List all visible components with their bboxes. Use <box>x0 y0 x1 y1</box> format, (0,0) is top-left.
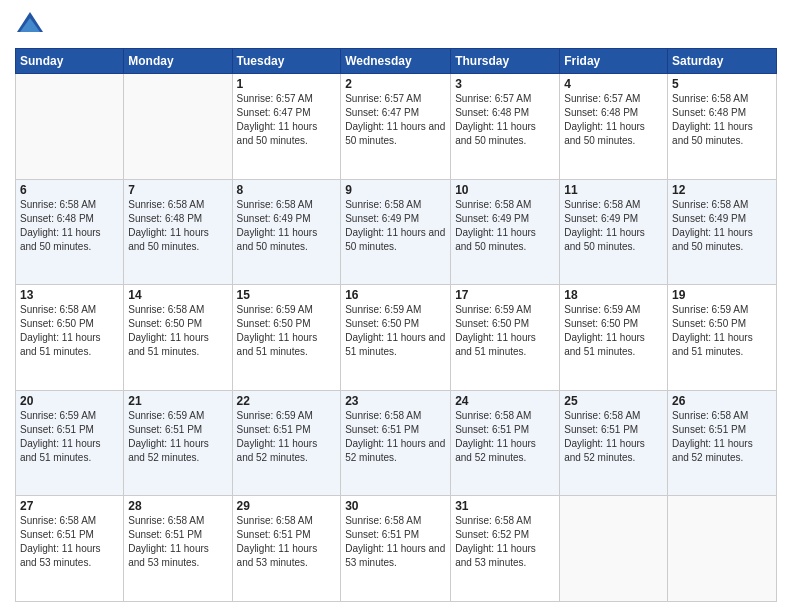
calendar-cell: 2Sunrise: 6:57 AM Sunset: 6:47 PM Daylig… <box>341 74 451 180</box>
day-info: Sunrise: 6:58 AM Sunset: 6:48 PM Dayligh… <box>672 92 772 148</box>
weekday-row: SundayMondayTuesdayWednesdayThursdayFrid… <box>16 49 777 74</box>
week-row-1: 6Sunrise: 6:58 AM Sunset: 6:48 PM Daylig… <box>16 179 777 285</box>
day-info: Sunrise: 6:58 AM Sunset: 6:50 PM Dayligh… <box>20 303 119 359</box>
week-row-4: 27Sunrise: 6:58 AM Sunset: 6:51 PM Dayli… <box>16 496 777 602</box>
day-number: 18 <box>564 288 663 302</box>
page: SundayMondayTuesdayWednesdayThursdayFrid… <box>0 0 792 612</box>
day-info: Sunrise: 6:57 AM Sunset: 6:48 PM Dayligh… <box>564 92 663 148</box>
day-number: 4 <box>564 77 663 91</box>
weekday-header-tuesday: Tuesday <box>232 49 341 74</box>
day-number: 3 <box>455 77 555 91</box>
day-info: Sunrise: 6:58 AM Sunset: 6:50 PM Dayligh… <box>128 303 227 359</box>
day-info: Sunrise: 6:58 AM Sunset: 6:51 PM Dayligh… <box>672 409 772 465</box>
day-info: Sunrise: 6:59 AM Sunset: 6:50 PM Dayligh… <box>345 303 446 359</box>
calendar-cell: 23Sunrise: 6:58 AM Sunset: 6:51 PM Dayli… <box>341 390 451 496</box>
day-info: Sunrise: 6:59 AM Sunset: 6:50 PM Dayligh… <box>237 303 337 359</box>
day-number: 23 <box>345 394 446 408</box>
calendar-cell <box>124 74 232 180</box>
day-number: 11 <box>564 183 663 197</box>
calendar-cell: 8Sunrise: 6:58 AM Sunset: 6:49 PM Daylig… <box>232 179 341 285</box>
day-info: Sunrise: 6:58 AM Sunset: 6:49 PM Dayligh… <box>564 198 663 254</box>
calendar-cell: 22Sunrise: 6:59 AM Sunset: 6:51 PM Dayli… <box>232 390 341 496</box>
day-number: 13 <box>20 288 119 302</box>
day-number: 26 <box>672 394 772 408</box>
day-info: Sunrise: 6:58 AM Sunset: 6:49 PM Dayligh… <box>455 198 555 254</box>
week-row-0: 1Sunrise: 6:57 AM Sunset: 6:47 PM Daylig… <box>16 74 777 180</box>
day-info: Sunrise: 6:59 AM Sunset: 6:50 PM Dayligh… <box>672 303 772 359</box>
calendar-cell: 10Sunrise: 6:58 AM Sunset: 6:49 PM Dayli… <box>451 179 560 285</box>
day-info: Sunrise: 6:58 AM Sunset: 6:51 PM Dayligh… <box>345 409 446 465</box>
day-number: 31 <box>455 499 555 513</box>
week-row-2: 13Sunrise: 6:58 AM Sunset: 6:50 PM Dayli… <box>16 285 777 391</box>
calendar-cell: 28Sunrise: 6:58 AM Sunset: 6:51 PM Dayli… <box>124 496 232 602</box>
week-row-3: 20Sunrise: 6:59 AM Sunset: 6:51 PM Dayli… <box>16 390 777 496</box>
day-number: 20 <box>20 394 119 408</box>
calendar-cell: 19Sunrise: 6:59 AM Sunset: 6:50 PM Dayli… <box>668 285 777 391</box>
day-info: Sunrise: 6:59 AM Sunset: 6:51 PM Dayligh… <box>128 409 227 465</box>
calendar-cell: 29Sunrise: 6:58 AM Sunset: 6:51 PM Dayli… <box>232 496 341 602</box>
calendar-cell: 18Sunrise: 6:59 AM Sunset: 6:50 PM Dayli… <box>560 285 668 391</box>
day-number: 10 <box>455 183 555 197</box>
calendar-cell: 20Sunrise: 6:59 AM Sunset: 6:51 PM Dayli… <box>16 390 124 496</box>
calendar-cell: 4Sunrise: 6:57 AM Sunset: 6:48 PM Daylig… <box>560 74 668 180</box>
day-info: Sunrise: 6:59 AM Sunset: 6:51 PM Dayligh… <box>20 409 119 465</box>
calendar-cell: 3Sunrise: 6:57 AM Sunset: 6:48 PM Daylig… <box>451 74 560 180</box>
day-info: Sunrise: 6:58 AM Sunset: 6:51 PM Dayligh… <box>564 409 663 465</box>
day-number: 30 <box>345 499 446 513</box>
day-number: 19 <box>672 288 772 302</box>
calendar-cell: 25Sunrise: 6:58 AM Sunset: 6:51 PM Dayli… <box>560 390 668 496</box>
calendar-cell: 21Sunrise: 6:59 AM Sunset: 6:51 PM Dayli… <box>124 390 232 496</box>
calendar-cell: 16Sunrise: 6:59 AM Sunset: 6:50 PM Dayli… <box>341 285 451 391</box>
logo-icon <box>15 10 45 40</box>
day-number: 6 <box>20 183 119 197</box>
calendar-cell <box>668 496 777 602</box>
day-info: Sunrise: 6:58 AM Sunset: 6:49 PM Dayligh… <box>672 198 772 254</box>
weekday-header-sunday: Sunday <box>16 49 124 74</box>
calendar-cell: 7Sunrise: 6:58 AM Sunset: 6:48 PM Daylig… <box>124 179 232 285</box>
day-number: 28 <box>128 499 227 513</box>
day-info: Sunrise: 6:58 AM Sunset: 6:48 PM Dayligh… <box>20 198 119 254</box>
day-info: Sunrise: 6:57 AM Sunset: 6:48 PM Dayligh… <box>455 92 555 148</box>
day-number: 12 <box>672 183 772 197</box>
calendar-cell: 13Sunrise: 6:58 AM Sunset: 6:50 PM Dayli… <box>16 285 124 391</box>
day-number: 14 <box>128 288 227 302</box>
day-info: Sunrise: 6:58 AM Sunset: 6:51 PM Dayligh… <box>237 514 337 570</box>
calendar-cell: 17Sunrise: 6:59 AM Sunset: 6:50 PM Dayli… <box>451 285 560 391</box>
day-number: 2 <box>345 77 446 91</box>
day-info: Sunrise: 6:58 AM Sunset: 6:49 PM Dayligh… <box>345 198 446 254</box>
day-number: 8 <box>237 183 337 197</box>
calendar-cell: 5Sunrise: 6:58 AM Sunset: 6:48 PM Daylig… <box>668 74 777 180</box>
calendar-cell: 9Sunrise: 6:58 AM Sunset: 6:49 PM Daylig… <box>341 179 451 285</box>
day-number: 1 <box>237 77 337 91</box>
day-info: Sunrise: 6:58 AM Sunset: 6:51 PM Dayligh… <box>345 514 446 570</box>
day-number: 16 <box>345 288 446 302</box>
day-info: Sunrise: 6:57 AM Sunset: 6:47 PM Dayligh… <box>345 92 446 148</box>
day-number: 17 <box>455 288 555 302</box>
day-info: Sunrise: 6:58 AM Sunset: 6:51 PM Dayligh… <box>455 409 555 465</box>
calendar-cell: 24Sunrise: 6:58 AM Sunset: 6:51 PM Dayli… <box>451 390 560 496</box>
day-info: Sunrise: 6:58 AM Sunset: 6:51 PM Dayligh… <box>20 514 119 570</box>
calendar-table: SundayMondayTuesdayWednesdayThursdayFrid… <box>15 48 777 602</box>
day-number: 29 <box>237 499 337 513</box>
calendar-cell <box>560 496 668 602</box>
calendar-cell: 1Sunrise: 6:57 AM Sunset: 6:47 PM Daylig… <box>232 74 341 180</box>
weekday-header-friday: Friday <box>560 49 668 74</box>
day-info: Sunrise: 6:59 AM Sunset: 6:51 PM Dayligh… <box>237 409 337 465</box>
day-number: 5 <box>672 77 772 91</box>
day-number: 24 <box>455 394 555 408</box>
day-info: Sunrise: 6:59 AM Sunset: 6:50 PM Dayligh… <box>455 303 555 359</box>
calendar-cell: 27Sunrise: 6:58 AM Sunset: 6:51 PM Dayli… <box>16 496 124 602</box>
calendar-body: 1Sunrise: 6:57 AM Sunset: 6:47 PM Daylig… <box>16 74 777 602</box>
day-info: Sunrise: 6:57 AM Sunset: 6:47 PM Dayligh… <box>237 92 337 148</box>
calendar-cell: 15Sunrise: 6:59 AM Sunset: 6:50 PM Dayli… <box>232 285 341 391</box>
day-number: 7 <box>128 183 227 197</box>
calendar-cell: 30Sunrise: 6:58 AM Sunset: 6:51 PM Dayli… <box>341 496 451 602</box>
day-number: 22 <box>237 394 337 408</box>
weekday-header-monday: Monday <box>124 49 232 74</box>
calendar-cell: 14Sunrise: 6:58 AM Sunset: 6:50 PM Dayli… <box>124 285 232 391</box>
calendar-cell: 6Sunrise: 6:58 AM Sunset: 6:48 PM Daylig… <box>16 179 124 285</box>
day-number: 9 <box>345 183 446 197</box>
weekday-header-saturday: Saturday <box>668 49 777 74</box>
day-info: Sunrise: 6:58 AM Sunset: 6:52 PM Dayligh… <box>455 514 555 570</box>
day-info: Sunrise: 6:59 AM Sunset: 6:50 PM Dayligh… <box>564 303 663 359</box>
